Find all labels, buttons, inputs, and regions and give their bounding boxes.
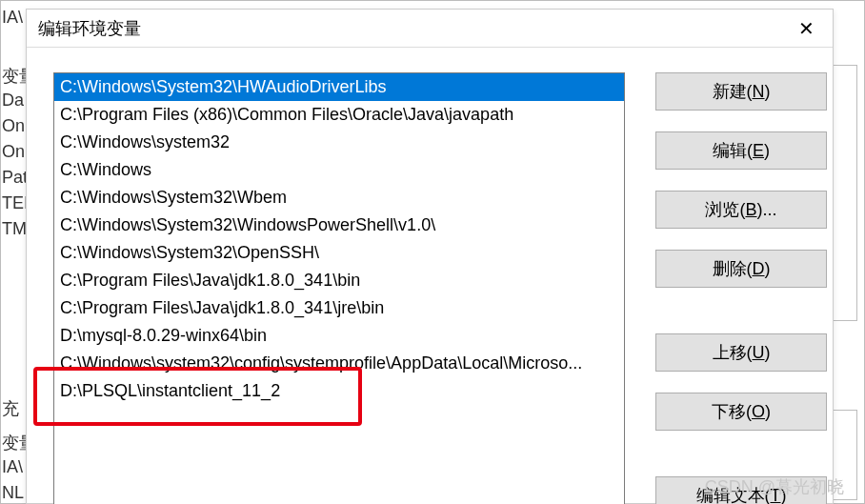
delete-button[interactable]: 删除(D) (655, 250, 827, 288)
list-item[interactable]: C:\Windows\System32\Wbem (54, 184, 624, 212)
close-icon[interactable]: ✕ (791, 13, 821, 44)
dialog-title: 编辑环境变量 (38, 17, 141, 40)
list-item[interactable]: C:\Windows (54, 156, 624, 184)
path-listbox[interactable]: C:\Windows\System32\HWAudioDriverLibs C:… (53, 72, 625, 504)
bg-text: TEI (2, 193, 29, 213)
bg-text: IA\ (2, 457, 23, 477)
list-item[interactable]: C:\Windows\System32\HWAudioDriverLibs (54, 73, 624, 101)
list-item[interactable]: C:\Program Files\Java\jdk1.8.0_341\jre\b… (54, 294, 624, 322)
list-item[interactable]: C:\Windows\System32\WindowsPowerShell\v1… (54, 212, 624, 239)
bg-text: Pat (2, 168, 28, 188)
titlebar: 编辑环境变量 ✕ (27, 10, 833, 48)
bg-text: TM (2, 219, 27, 239)
list-item[interactable]: C:\Program Files (x86)\Common Files\Orac… (54, 101, 624, 129)
edit-button[interactable]: 编辑(E) (655, 131, 827, 170)
browse-button[interactable]: 浏览(B)... (655, 191, 827, 229)
bg-text: 充 (2, 397, 19, 420)
edit-env-var-dialog: 编辑环境变量 ✕ C:\Windows\System32\HWAudioDriv… (26, 9, 834, 504)
list-item[interactable]: C:\Windows\System32\OpenSSH\ (54, 239, 624, 267)
bg-text: On (2, 142, 25, 162)
bg-text: On (2, 116, 25, 136)
bg-text: IA\ (2, 8, 23, 28)
watermark: CSDN @暮光初晓 (705, 475, 844, 498)
list-item[interactable]: D:\mysql-8.0.29-winx64\bin (54, 322, 624, 350)
move-down-button[interactable]: 下移(O) (655, 393, 827, 431)
move-up-button[interactable]: 上移(U) (655, 333, 827, 372)
new-button[interactable]: 新建(N) (655, 72, 827, 111)
list-item[interactable]: D:\PLSQL\instantclient_11_2 (54, 377, 624, 405)
list-item[interactable]: C:\Windows\system32 (54, 129, 624, 156)
button-column: 新建(N) 编辑(E) 浏览(B)... 删除(D) 上移(U) 下移(O) (655, 72, 827, 504)
bg-text: Da (2, 91, 24, 111)
list-item[interactable]: C:\Program Files\Java\jdk1.8.0_341\bin (54, 267, 624, 294)
bg-text: NL (2, 483, 24, 503)
list-item[interactable]: C:\Windows\system32\config\systemprofile… (54, 350, 624, 377)
